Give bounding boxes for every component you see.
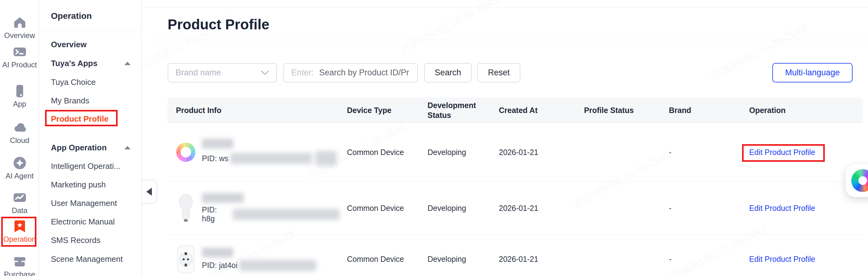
product-info-cell: PID: jat4oi <box>176 245 347 274</box>
search-input-prefix: Enter: <box>291 68 314 78</box>
created-at-cell: 2026-01-21 <box>499 204 584 213</box>
brand-select-placeholder: Brand name <box>176 68 221 78</box>
sidebar-item-marketing-push[interactable]: Marketing push <box>51 179 135 190</box>
redacted-pid <box>230 153 312 164</box>
brand-cell: - <box>669 255 749 264</box>
primary-nav-rail: Overview AI Product App Cloud AI Agent <box>0 0 39 276</box>
column-header-device-type: Device Type <box>347 105 428 115</box>
column-header-product-info: Product Info <box>176 105 347 115</box>
edit-product-profile-link[interactable]: Edit Product Profile <box>749 255 815 263</box>
search-input-placeholder: Search by Product ID/Pr <box>319 68 409 78</box>
redacted-product-name <box>202 139 234 149</box>
sidebar-item-label: Overview <box>51 40 87 50</box>
sidebar-item-tuya-choice[interactable]: Tuya Choice <box>51 76 135 88</box>
device-type-cell: Common Device <box>347 148 428 157</box>
sidebar-group-app-operation[interactable]: App Operation <box>51 142 135 153</box>
product-table: Product Info Device Type Development Sta… <box>167 97 863 276</box>
sidebar-item-overview[interactable]: Overview <box>51 39 135 50</box>
home-icon <box>13 16 27 30</box>
rail-item-label: Purchase <box>0 270 39 276</box>
main-content: Product Profile Brand name Enter: Search… <box>142 0 868 276</box>
created-at-cell: 2026-01-21 <box>499 255 584 264</box>
column-header-created-at: Created At <box>499 105 584 115</box>
sidebar-item-label: App Operation <box>51 143 107 153</box>
table-row: PID: jat4oi Common Device Developing 202… <box>167 235 863 276</box>
sidebar-group-tuyas-apps[interactable]: Tuya's Apps <box>51 58 135 69</box>
sparkle-icon <box>13 156 27 170</box>
sidebar-item-product-profile[interactable]: Product Profile <box>51 113 135 124</box>
sidebar-item-label: Tuya's Apps <box>51 59 97 68</box>
product-info-cell: PID: ws <box>176 138 347 166</box>
sidebar-item-label: Product Profile <box>51 114 108 124</box>
sidebar-item-user-management[interactable]: User Management <box>51 197 135 209</box>
rail-item-app[interactable]: App <box>0 84 39 109</box>
sidebar-title: Operation <box>51 11 92 21</box>
sidebar-item-my-brands[interactable]: My Brands <box>51 95 135 106</box>
chevron-up-icon <box>124 62 130 65</box>
phone-icon <box>13 84 27 98</box>
search-input[interactable]: Enter: Search by Product ID/Pr <box>283 63 418 83</box>
reset-button[interactable]: Reset <box>477 63 521 83</box>
terminal-icon <box>13 45 27 59</box>
table-row: PID: h8g Common Device Developing 2026-0… <box>167 182 863 235</box>
sidebar-item-label: Electronic Manual <box>51 217 115 226</box>
sidebar-item-label: Marketing push <box>51 180 106 189</box>
bookmark-star-icon <box>13 219 27 234</box>
edit-product-profile-link[interactable]: Edit Product Profile <box>749 148 815 156</box>
page-title: Product Profile <box>167 16 270 33</box>
multi-language-button[interactable]: Multi-language <box>772 63 852 83</box>
brand-cell: - <box>669 148 749 157</box>
sidebar-item-label: Scene Management <box>51 254 123 264</box>
sidebar-collapse-handle[interactable] <box>142 180 157 204</box>
redacted-pid <box>233 209 340 220</box>
sidebar-item-label: User Management <box>51 198 117 208</box>
chart-icon <box>13 190 27 205</box>
table-header-row: Product Info Device Type Development Sta… <box>167 97 863 123</box>
rail-item-label: AI Product <box>0 60 39 69</box>
rail-item-label: Overview <box>0 31 39 40</box>
rail-item-label: Operation <box>0 235 39 244</box>
product-pid: PID: ws <box>202 151 337 166</box>
column-header-profile-status: Profile Status <box>584 105 669 115</box>
sidebar-divider <box>39 32 141 32</box>
rail-item-data[interactable]: Data <box>0 190 39 215</box>
pid-text: PID: h8g <box>202 205 231 223</box>
column-header-operation: Operation <box>749 105 863 115</box>
sidebar-item-sms-records[interactable]: SMS Records <box>51 235 135 246</box>
column-header-development-status: Development Status <box>428 100 499 120</box>
sidebar-item-electronic-manual[interactable]: Electronic Manual <box>51 216 135 227</box>
search-button[interactable]: Search <box>424 63 472 83</box>
created-at-cell: 2026-01-21 <box>499 148 584 157</box>
sidebar-item-scene-management[interactable]: Scene Management <box>51 253 135 265</box>
rail-item-ai-product[interactable]: AI Product <box>0 45 39 69</box>
product-profile-page: 2026/04/02 10:35-2643 2026/04/02 10:35-2… <box>0 0 868 276</box>
title-divider <box>150 40 868 40</box>
edit-product-profile-link[interactable]: Edit Product Profile <box>749 204 815 212</box>
device-type-cell: Common Device <box>347 204 428 213</box>
product-text: PID: ws <box>202 139 337 166</box>
development-status-cell: Developing <box>428 148 499 157</box>
rail-item-ai-agent[interactable]: AI Agent <box>0 156 39 180</box>
sidebar-item-intelligent-operation[interactable]: Intelligent Operati... <box>51 160 135 172</box>
chevron-up-icon <box>124 146 130 149</box>
pid-text: PID: jat4oi <box>202 261 237 270</box>
product-text: PID: h8g <box>202 193 340 223</box>
collapse-left-icon <box>146 188 152 196</box>
development-status-cell: Developing <box>428 204 499 213</box>
rail-item-overview[interactable]: Overview <box>0 16 39 40</box>
assistant-logo-button[interactable] <box>846 164 868 197</box>
product-pid: PID: jat4oi <box>202 260 316 271</box>
table-row: PID: ws Common Device Developing 2026-01… <box>167 123 863 182</box>
pid-text: PID: ws <box>202 154 228 163</box>
rainbow-ring-logo <box>176 138 196 166</box>
development-status-cell: Developing <box>428 255 499 264</box>
box-icon <box>13 254 27 269</box>
redacted-pid <box>315 151 337 166</box>
rail-item-label: AI Agent <box>0 171 39 180</box>
brand-name-select[interactable]: Brand name <box>167 63 277 83</box>
rail-item-purchase[interactable]: Purchase <box>0 254 39 276</box>
product-info-cell: PID: h8g <box>176 193 347 223</box>
rail-item-operation[interactable]: Operation <box>0 219 39 244</box>
rail-item-cloud[interactable]: Cloud <box>0 120 39 145</box>
rail-item-label: Cloud <box>0 136 39 145</box>
